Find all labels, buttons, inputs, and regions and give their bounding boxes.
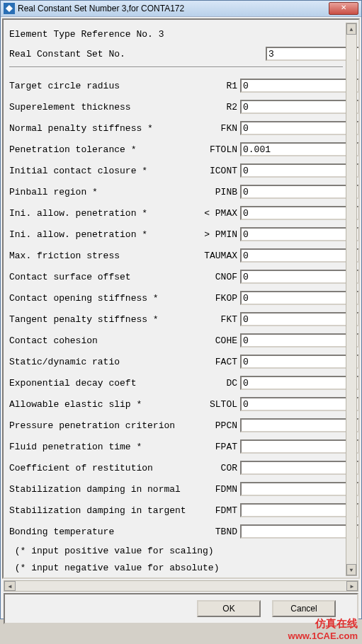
param-input[interactable]	[240, 355, 359, 369]
scroll-up-icon[interactable]: ▲	[346, 23, 356, 35]
param-row: Max. friction stressTAUMAX	[9, 245, 357, 266]
button-bar: OK Cancel	[4, 593, 358, 624]
param-code: R2	[193, 102, 237, 113]
note-positive: (* input positive value for scaling)	[9, 542, 357, 559]
param-label: Stabilization damping in targent	[9, 505, 193, 516]
param-code: FDMN	[193, 484, 237, 495]
param-input[interactable]	[240, 418, 359, 432]
param-code: FKOP	[193, 293, 237, 304]
param-row: Exponential decay coeftDC	[9, 372, 357, 393]
scroll-left-icon[interactable]: ◀	[4, 581, 16, 591]
param-code: COHE	[193, 335, 237, 346]
param-row: Contact cohesionCOHE	[9, 330, 357, 351]
param-code: COR	[193, 463, 237, 473]
form-content: Element Type Reference No. 3 Real Consta…	[2, 18, 360, 579]
cancel-button[interactable]: Cancel	[272, 600, 336, 617]
app-icon	[4, 3, 15, 14]
param-row: Normal penalty stiffness *FKN	[9, 117, 357, 139]
param-row: Ini. allow. penetration *< PMAX	[9, 202, 357, 224]
param-label: Exponential decay coeft	[9, 378, 193, 389]
param-label: Normal penalty stiffness *	[9, 123, 193, 134]
param-code: TAUMAX	[193, 251, 237, 261]
param-input[interactable]	[240, 100, 359, 114]
param-code: PPCN	[193, 420, 237, 431]
param-input[interactable]	[240, 227, 359, 241]
watermark-text-2: www.1CAE.com	[288, 631, 358, 641]
param-code: FPAT	[193, 442, 237, 452]
scroll-track[interactable]	[346, 35, 356, 563]
ok-button[interactable]: OK	[197, 600, 261, 617]
vertical-scrollbar[interactable]: ▲ ▼	[346, 23, 357, 576]
title-bar[interactable]: Real Constant Set Number 3,for CONTA172 …	[1, 1, 361, 17]
param-row: Superelement thicknessR2	[9, 96, 357, 117]
param-code: TBND	[193, 527, 237, 537]
param-input[interactable]	[240, 333, 359, 347]
param-row: Contact surface offsetCNOF	[9, 266, 357, 287]
param-row: Bonding temperatureTBND	[9, 521, 357, 542]
param-label: Coefficient of restitution	[9, 463, 193, 473]
param-label: Ini. allow. penetration *	[9, 208, 193, 219]
param-code: ICONT	[193, 166, 237, 176]
param-code: FDMT	[193, 505, 237, 516]
param-label: Initial contact closure *	[9, 166, 193, 176]
param-code: PINB	[193, 187, 237, 197]
param-code: FKN	[193, 123, 237, 134]
param-label: Penetration tolerance *	[9, 144, 193, 155]
param-input[interactable]	[240, 482, 359, 496]
param-input[interactable]	[240, 248, 359, 263]
param-label: Superelement thickness	[9, 102, 193, 113]
param-code: FKT	[193, 314, 237, 325]
param-label: Target circle radius	[9, 81, 193, 91]
param-input[interactable]	[240, 439, 359, 454]
param-row: Initial contact closure *ICONT	[9, 160, 357, 181]
param-input[interactable]	[240, 163, 359, 178]
param-code: R1	[193, 81, 237, 91]
param-row: Stabilization damping in normalFDMN	[9, 478, 357, 500]
param-input[interactable]	[240, 142, 359, 156]
param-label: Static/dynamic ratio	[9, 357, 193, 367]
param-label: Ini. allow. penetration *	[9, 229, 193, 240]
param-row: Tangent penalty stiffness *FKT	[9, 309, 357, 330]
param-label: Contact opening stiffness *	[9, 293, 193, 304]
param-row: Static/dynamic ratioFACT	[9, 351, 357, 372]
param-input[interactable]	[240, 397, 359, 411]
param-label: Fluid penetration time *	[9, 442, 193, 452]
param-input[interactable]	[240, 461, 359, 475]
param-label: Allowable elastic slip *	[9, 399, 193, 410]
param-code: FACT	[193, 357, 237, 367]
dialog-window: Real Constant Set Number 3,for CONTA172 …	[0, 0, 362, 619]
horizontal-scrollbar[interactable]: ◀ ▶	[4, 580, 358, 592]
param-input[interactable]	[240, 185, 359, 199]
param-input[interactable]	[240, 270, 359, 284]
param-label: Pinball region *	[9, 187, 193, 197]
param-label: Pressure penetration criterion	[9, 420, 193, 431]
param-label: Bonding temperature	[9, 527, 193, 537]
param-input[interactable]	[240, 376, 359, 390]
param-label: Contact surface offset	[9, 272, 193, 282]
note-negative: (* input negative value for absolute)	[9, 559, 357, 576]
param-row: Target circle radiusR1	[9, 75, 357, 96]
content-wrap: Element Type Reference No. 3 Real Consta…	[1, 17, 361, 627]
divider	[9, 67, 343, 68]
param-input[interactable]	[240, 79, 359, 93]
param-code: DC	[193, 378, 237, 389]
param-row: Penetration tolerance *FTOLN	[9, 139, 357, 160]
element-type-ref-label: Element Type Reference No. 3	[9, 29, 164, 40]
scroll-down-icon[interactable]: ▼	[346, 564, 356, 575]
param-input[interactable]	[240, 524, 359, 539]
param-code: FTOLN	[193, 144, 237, 155]
param-code: < PMAX	[193, 208, 237, 219]
param-input[interactable]	[240, 206, 359, 220]
close-button[interactable]: ✕	[329, 2, 358, 15]
scroll-right-icon[interactable]: ▶	[346, 581, 358, 591]
param-label: Stabilization damping in normal	[9, 484, 193, 495]
param-row: Coefficient of restitutionCOR	[9, 457, 357, 478]
param-row: Pinball region *PINB	[9, 181, 357, 202]
param-label: Contact cohesion	[9, 335, 193, 346]
param-input[interactable]	[240, 312, 359, 326]
param-input[interactable]	[240, 503, 359, 517]
param-row: Pressure penetration criterionPPCN	[9, 415, 357, 436]
param-input[interactable]	[240, 291, 359, 305]
element-type-ref-row: Element Type Reference No. 3	[9, 24, 357, 44]
param-input[interactable]	[240, 121, 359, 135]
